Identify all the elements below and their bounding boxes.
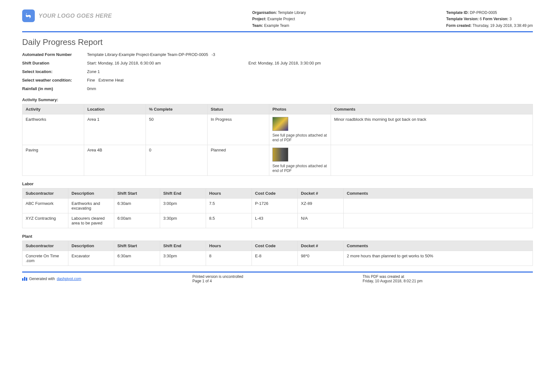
generated-prefix: Generated with — [29, 277, 55, 281]
cell-activity: Paving — [22, 145, 84, 176]
table-row: Earthworks Area 1 50 In Progress See ful… — [22, 114, 533, 145]
th-start: Shift Start — [114, 188, 160, 199]
cell-comments: Minor roadblock this morning but got bac… — [331, 114, 533, 145]
th-status: Status — [208, 104, 269, 114]
form-number-value: Template Library-Example Project-Example… — [87, 52, 533, 57]
table-row: XYZ Contracting Labourers cleared area t… — [22, 213, 533, 228]
cell-docket: 98*0 — [298, 251, 344, 266]
created-at-label: This PDF was created at — [363, 274, 533, 279]
cell-desc: Excavator — [68, 251, 114, 266]
logo-icon — [22, 9, 35, 22]
plant-table: Subcontractor Description Shift Start Sh… — [22, 241, 533, 266]
cell-complete: 50 — [146, 114, 208, 145]
th-hours: Hours — [206, 188, 252, 199]
logo-block: YOUR LOGO GOES HERE — [22, 9, 112, 22]
cell-hours: 8 — [206, 251, 252, 266]
weather-label: Select weather condition: — [22, 78, 87, 83]
weather-value: Fine Extreme Heat — [87, 78, 533, 83]
page-title: Daily Progress Report — [22, 37, 533, 47]
photo-note: See full page photos attached at end of … — [272, 164, 327, 173]
th-cost: Cost Code — [252, 188, 298, 199]
dashpivot-icon — [22, 277, 27, 281]
cell-desc: Earthworks and excavating — [68, 199, 114, 213]
page-number: Page 1 of 4 — [192, 279, 363, 283]
th-docket: Docket # — [298, 188, 344, 199]
cell-comments — [344, 213, 533, 228]
cell-sub: ABC Formwork — [22, 199, 68, 213]
team-label: Team: — [252, 23, 263, 28]
shift-duration-label: Shift Duration — [22, 61, 87, 65]
cell-location: Area 4B — [84, 145, 146, 176]
cell-end: 3:30pm — [160, 213, 206, 228]
th-end: Shift End — [160, 188, 206, 199]
table-row: Concrete On Time .com Excavator 6:30am 3… — [22, 251, 533, 266]
photo-thumbnail-icon — [272, 148, 288, 162]
form-created-label: Form created: — [446, 23, 471, 28]
labor-section-label: Labor — [22, 181, 533, 186]
th-location: Location — [84, 104, 146, 114]
uncontrolled-note: Printed version is uncontrolled — [192, 274, 363, 279]
cell-photos: See full page photos attached at end of … — [269, 114, 331, 145]
cell-cost: E-8 — [252, 251, 298, 266]
form-fields: Automated Form Number Template Library-E… — [22, 50, 533, 93]
document-footer: Generated with dashpivot.com Printed ver… — [22, 272, 533, 283]
th-desc: Description — [68, 241, 114, 251]
th-hours: Hours — [206, 241, 252, 251]
cell-start: 6:30am — [114, 251, 160, 266]
cell-start: 6:30am — [114, 199, 160, 213]
th-sub: Subcontractor — [22, 241, 68, 251]
activity-table: Activity Location % Complete Status Phot… — [22, 104, 533, 176]
dashpivot-link[interactable]: dashpivot.com — [57, 277, 81, 281]
cell-status: Planned — [208, 145, 269, 176]
shift-end-value: End: Monday, 16 July 2018, 3:30:00 pm — [248, 61, 321, 65]
th-comments: Comments — [331, 104, 533, 114]
document-header: YOUR LOGO GOES HERE Organisation: Templa… — [22, 9, 533, 32]
th-activity: Activity — [22, 104, 84, 114]
th-comments: Comments — [344, 188, 533, 199]
project-label: Project: — [252, 17, 266, 21]
cell-cost: P-1726 — [252, 199, 298, 213]
project-value: Example Project — [267, 17, 295, 21]
th-sub: Subcontractor — [22, 188, 68, 199]
cell-complete: 0 — [146, 145, 208, 176]
org-label: Organisation: — [252, 10, 277, 15]
location-value: Zone 1 — [87, 69, 533, 74]
cell-comments — [331, 145, 533, 176]
team-value: Example Team — [264, 23, 289, 28]
cell-desc: Labourers cleared area to be paved — [68, 213, 114, 228]
shift-start-value: Start: Monday, 16 July 2018, 6:30:00 am — [87, 61, 248, 65]
cell-comments — [344, 199, 533, 213]
cell-comments: 2 more hours than planned to get works t… — [344, 251, 533, 266]
cell-sub: XYZ Contracting — [22, 213, 68, 228]
template-version-value: 6 — [480, 17, 482, 21]
cell-photos: See full page photos attached at end of … — [269, 145, 331, 176]
meta-middle: Organisation: Template Library Project: … — [252, 9, 306, 29]
th-photos: Photos — [269, 104, 331, 114]
plant-section-label: Plant — [22, 234, 533, 239]
logo-placeholder-text: YOUR LOGO GOES HERE — [39, 13, 112, 19]
rainfall-label: Rainfall (in mm) — [22, 86, 87, 91]
labor-table: Subcontractor Description Shift Start Sh… — [22, 188, 533, 228]
cell-start: 6:00am — [114, 213, 160, 228]
template-id-label: Template ID: — [446, 10, 469, 15]
cell-hours: 8.5 — [206, 213, 252, 228]
activity-section-label: Activity Summary: — [22, 97, 533, 102]
photo-thumbnail-icon — [272, 117, 288, 131]
location-label: Select location: — [22, 69, 87, 74]
rainfall-value: 0mm — [87, 86, 533, 91]
table-row: ABC Formwork Earthworks and excavating 6… — [22, 199, 533, 213]
cell-sub: Concrete On Time .com — [22, 251, 68, 266]
cell-status: In Progress — [208, 114, 269, 145]
cell-hours: 7.5 — [206, 199, 252, 213]
template-id-value: DP-PROD-0005 — [470, 10, 497, 15]
cell-activity: Earthworks — [22, 114, 84, 145]
th-end: Shift End — [160, 241, 206, 251]
th-comments: Comments — [344, 241, 533, 251]
cell-end: 3:00pm — [160, 199, 206, 213]
form-created-value: Thursday, 19 July 2018, 3:38:49 pm — [472, 23, 533, 28]
th-start: Shift Start — [114, 241, 160, 251]
org-value: Template Library — [278, 10, 306, 15]
form-number-label: Automated Form Number — [22, 52, 87, 57]
cell-end: 3:30pm — [160, 251, 206, 266]
photo-note: See full page photos attached at end of … — [272, 133, 327, 142]
